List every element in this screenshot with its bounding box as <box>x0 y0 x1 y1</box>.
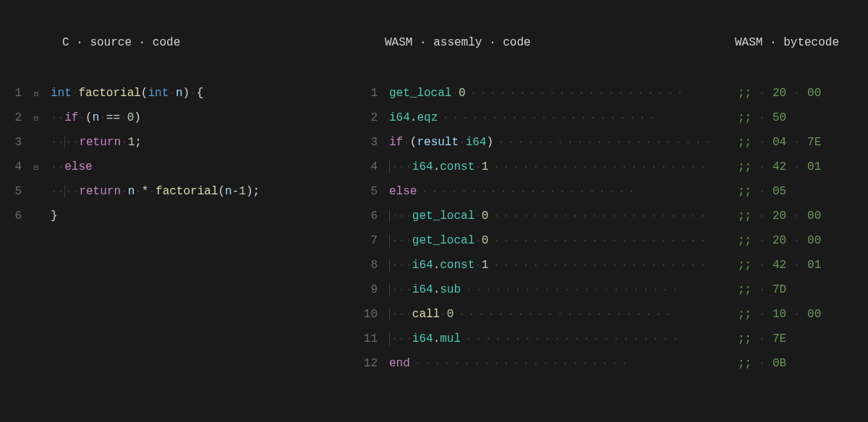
whitespace-fill: ······················ <box>493 136 738 149</box>
line-number: 5 <box>347 185 378 198</box>
code-content: ··if·(n·==·0) <box>51 111 141 124</box>
whitespace-fill: ······················ <box>488 234 738 247</box>
code-line[interactable]: 9···i64.sub······················;; · 7D <box>347 277 868 302</box>
code-content: end <box>389 357 410 370</box>
code-line[interactable]: 10···call·0······················;; · 10… <box>347 302 868 327</box>
line-number: 2 <box>0 111 22 124</box>
bytecode: ;; · 50 <box>738 111 868 124</box>
c-code-area[interactable]: 1⊟int·factorial(int·n)·{2⊟··if·(n·==·0)3… <box>0 81 347 228</box>
code-content: ···i64.const·1 <box>389 259 488 272</box>
fold-icon[interactable]: ⊟ <box>29 89 43 98</box>
line-number: 1 <box>0 87 22 100</box>
code-content: ···i64.const·1 <box>389 160 488 173</box>
code-line[interactable]: 5else······················;; · 05 <box>347 179 868 204</box>
bytecode: ;; · 10 · 00 <box>738 308 868 321</box>
whitespace-fill: ······················ <box>488 160 738 173</box>
code-line[interactable]: 6} <box>0 204 347 228</box>
c-header-text: C · source · code <box>62 36 180 52</box>
line-number: 7 <box>347 234 378 247</box>
bytecode: ;; · 04 · 7E <box>738 136 868 149</box>
code-line[interactable]: 4⊟··else <box>0 155 347 179</box>
line-number: 8 <box>347 259 378 272</box>
code-content: if·(result·i64) <box>389 136 493 149</box>
line-number: 11 <box>347 332 378 345</box>
bytecode: ;; · 7D <box>738 283 868 296</box>
wasm-byte-header-text: WASM · bytecode <box>735 36 839 52</box>
line-number: 6 <box>0 210 22 223</box>
bytecode: ;; · 42 · 01 <box>738 259 868 272</box>
line-number: 12 <box>347 357 378 370</box>
code-line[interactable]: 5····return·n·*·factorial(n-1); <box>0 179 347 204</box>
bytecode: ;; · 05 <box>738 185 868 198</box>
code-line[interactable]: 1⊟int·factorial(int·n)·{ <box>0 81 347 106</box>
line-number: 6 <box>347 210 378 223</box>
code-content: get_local·0 <box>389 87 466 100</box>
code-content: int·factorial(int·n)·{ <box>51 87 203 100</box>
code-content: ···call·0 <box>389 308 454 321</box>
code-line[interactable]: 3····return·1; <box>0 130 347 155</box>
wasm-code-area[interactable]: 1get_local·0······················;; · 2… <box>347 81 868 376</box>
line-number: 9 <box>347 283 378 296</box>
code-content: i64.eqz <box>389 111 438 124</box>
wasm-pane: WASM · assemly · code WASM · bytecode 1g… <box>347 36 868 376</box>
code-content: ···i64.sub <box>389 283 461 296</box>
fold-icon[interactable]: ⊟ <box>29 113 43 123</box>
line-number: 4 <box>347 160 378 173</box>
code-line[interactable]: 4···i64.const·1······················;; … <box>347 155 868 179</box>
bytecode: ;; · 20 · 00 <box>738 210 868 223</box>
code-line[interactable]: 2i64.eqz······················;; · 50 <box>347 106 868 130</box>
bytecode: ;; · 42 · 01 <box>738 160 868 173</box>
code-line[interactable]: 8···i64.const·1······················;; … <box>347 253 868 277</box>
code-line[interactable]: 1get_local·0······················;; · 2… <box>347 81 868 106</box>
code-content: ····return·n·*·factorial(n-1); <box>51 185 260 198</box>
line-number: 1 <box>347 87 378 100</box>
line-number: 5 <box>0 185 22 198</box>
whitespace-fill: ······················ <box>454 308 738 321</box>
wasm-header: WASM · assemly · code WASM · bytecode <box>347 36 868 52</box>
code-line[interactable]: 6···get_local·0······················;; … <box>347 204 868 228</box>
code-content: ···i64.mul <box>389 332 461 345</box>
c-header: C · source · code <box>0 36 347 52</box>
bytecode: ;; · 20 · 00 <box>738 234 868 247</box>
whitespace-fill: ······················ <box>410 357 738 370</box>
whitespace-fill: ······················ <box>488 259 738 272</box>
code-line[interactable]: 3if·(result·i64)······················;;… <box>347 130 868 155</box>
c-source-pane: C · source · code 1⊟int·factorial(int·n)… <box>0 36 347 376</box>
code-line[interactable]: 7···get_local·0······················;; … <box>347 228 868 253</box>
code-content: ···get_local·0 <box>389 234 488 247</box>
line-number: 3 <box>0 136 22 149</box>
line-number: 4 <box>0 160 22 173</box>
fold-icon[interactable]: ⊟ <box>29 163 43 172</box>
whitespace-fill: ······················ <box>438 111 738 124</box>
line-number: 3 <box>347 136 378 149</box>
code-line[interactable]: 12end······················;; · 0B <box>347 351 868 376</box>
code-content: } <box>51 210 58 223</box>
whitespace-fill: ······················ <box>417 185 738 198</box>
whitespace-fill: ······················ <box>466 87 738 100</box>
code-line[interactable]: 2⊟··if·(n·==·0) <box>0 106 347 130</box>
line-number: 2 <box>347 111 378 124</box>
wasm-asm-header-text: WASM · assemly · code <box>385 36 531 52</box>
code-content: ····return·1; <box>51 136 142 149</box>
whitespace-fill: ······················ <box>461 283 738 296</box>
whitespace-fill: ······················ <box>461 332 738 345</box>
whitespace-fill: ······················ <box>488 210 738 223</box>
code-line[interactable]: 11···i64.mul······················;; · 7… <box>347 327 868 351</box>
code-content: else <box>389 185 417 198</box>
line-number: 10 <box>347 308 378 321</box>
bytecode: ;; · 0B <box>738 357 868 370</box>
code-content: ··else <box>51 160 93 173</box>
bytecode: ;; · 20 · 00 <box>738 87 868 100</box>
bytecode: ;; · 7E <box>738 332 868 345</box>
code-content: ···get_local·0 <box>389 210 488 223</box>
editor-split: C · source · code 1⊟int·factorial(int·n)… <box>0 36 868 376</box>
